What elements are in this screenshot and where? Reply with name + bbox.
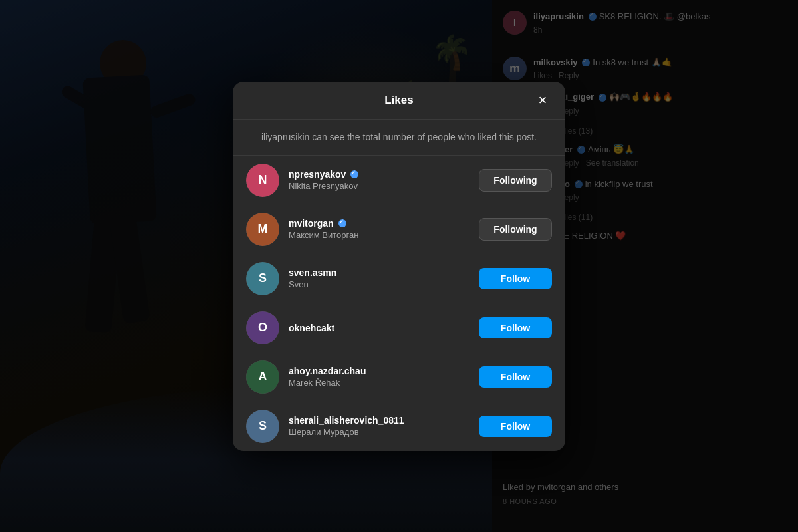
username-label: sherali_alisherovich_0811 [289,415,469,426]
user-info: npresnyakovNikita Presnyakov [289,169,469,191]
user-avatar: A [246,360,279,394]
follow-button[interactable]: Follow [479,268,552,289]
modal-overlay[interactable]: Likes × iliyaprusikin can see the total … [0,0,798,532]
user-info: sherali_alisherovich_0811Шерали Мурадов [289,415,469,437]
following-button[interactable]: Following [479,169,552,192]
modal-title: Likes [384,94,413,107]
user-avatar: M [246,213,279,246]
user-row[interactable]: MmvitorganМаксим ВиторганFollowing [233,205,565,254]
verified-badge [338,219,346,227]
display-name-label: Шерали Мурадов [289,427,469,437]
user-row[interactable]: Aahoy.nazdar.chauMarek ŘehákFollow [233,352,565,402]
modal-close-button[interactable]: × [532,90,553,111]
user-info: mvitorganМаксим Виторган [289,218,469,240]
follow-button[interactable]: Follow [479,416,552,437]
username-label: npresnyakov [289,169,469,180]
user-info: ahoy.nazdar.chauMarek Řehák [289,366,469,388]
following-button[interactable]: Following [479,218,552,241]
user-list: NnpresnyakovNikita PresnyakovFollowingMm… [233,156,565,451]
user-avatar: N [246,164,279,197]
display-name-label: Sven [289,279,469,289]
user-row[interactable]: Ssven.asmnSvenFollow [233,254,565,303]
user-info: oknehcakt [289,323,469,333]
user-avatar: O [246,311,279,344]
display-name-label: Marek Řehák [289,378,469,388]
display-name-label: Максим Виторган [289,230,469,240]
modal-header: Likes × [233,82,565,120]
verified-badge [350,170,358,178]
user-info: sven.asmnSven [289,267,469,289]
username-label: oknehcakt [289,323,469,333]
username-label: sven.asmn [289,267,469,278]
username-label: ahoy.nazdar.chau [289,366,469,376]
user-row[interactable]: OoknehcaktFollow [233,303,565,352]
username-label: mvitorgan [289,218,469,229]
likes-modal: Likes × iliyaprusikin can see the total … [233,82,565,451]
user-row[interactable]: NnpresnyakovNikita PresnyakovFollowing [233,156,565,205]
modal-info-text: iliyaprusikin can see the total number o… [233,120,565,156]
follow-button[interactable]: Follow [479,366,552,388]
follow-button[interactable]: Follow [479,317,552,338]
user-row[interactable]: Ssherali_alisherovich_0811Шерали Мурадов… [233,402,565,451]
display-name-label: Nikita Presnyakov [289,181,469,191]
user-avatar: S [246,410,279,443]
user-avatar: S [246,262,279,295]
